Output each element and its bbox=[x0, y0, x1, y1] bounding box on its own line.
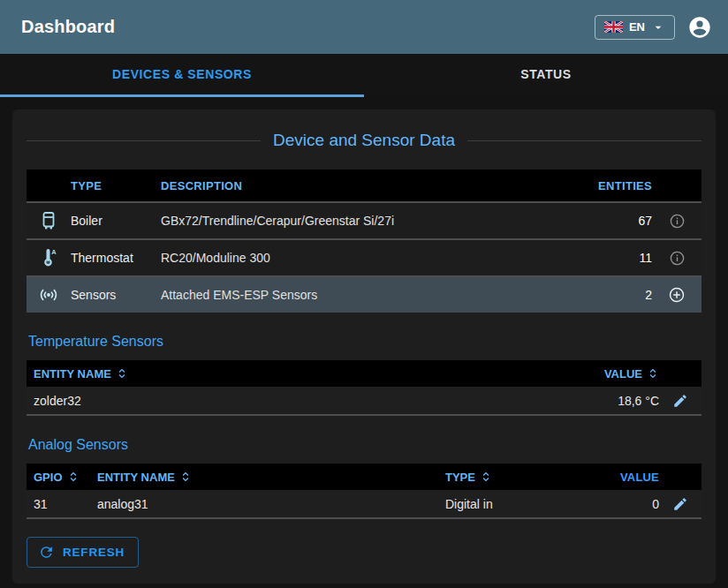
sort-icon bbox=[647, 367, 659, 380]
edit-pencil-icon[interactable] bbox=[672, 393, 688, 409]
edit-pencil-icon[interactable] bbox=[672, 496, 688, 512]
uk-flag-icon bbox=[604, 21, 623, 33]
sensor-entity-name: zolder32 bbox=[27, 394, 553, 408]
sensor-gpio: 31 bbox=[27, 497, 97, 511]
col-type[interactable]: TYPE bbox=[445, 471, 578, 484]
table-row-temperature-sensor[interactable]: zolder32 18,6 °C bbox=[27, 387, 701, 416]
device-entities-count: 2 bbox=[578, 288, 652, 302]
col-entities: ENTITIES bbox=[578, 179, 652, 192]
divider-line bbox=[467, 140, 701, 141]
sensor-value: 18,6 °C bbox=[618, 394, 659, 408]
device-description: GBx72/Trendline/Cerapur/Greenstar Si/27i bbox=[161, 214, 578, 228]
analog-sensors-table: GPIO ENTITY NAME TYPE bbox=[27, 464, 701, 519]
tab-bar: DEVICES & SENSORS STATUS bbox=[0, 54, 728, 97]
sensor-type: Digital in bbox=[445, 497, 578, 511]
language-selector[interactable]: EN bbox=[595, 15, 675, 40]
refresh-button[interactable]: REFRESH bbox=[27, 537, 139, 568]
table-row-analog-sensor[interactable]: 31 analog31 Digital in 0 bbox=[27, 490, 701, 519]
app-bar: Dashboard EN bbox=[0, 0, 728, 54]
device-description: Attached EMS-ESP Sensors bbox=[161, 288, 578, 302]
table-row-sensors[interactable]: Sensors Attached EMS-ESP Sensors 2 bbox=[27, 275, 701, 313]
divider-line bbox=[27, 140, 261, 141]
tab-devices-sensors[interactable]: DEVICES & SENSORS bbox=[0, 54, 364, 97]
col-description: DESCRIPTION bbox=[161, 179, 578, 192]
table-row-thermostat[interactable]: A Thermostat RC20/Moduline 300 11 bbox=[27, 238, 701, 275]
tab-devices-sensors-label: DEVICES & SENSORS bbox=[112, 67, 252, 81]
table-row-boiler[interactable]: Boiler GBx72/Trendline/Cerapur/Greenstar… bbox=[27, 201, 701, 238]
col-gpio[interactable]: GPIO bbox=[27, 471, 97, 484]
sort-icon bbox=[179, 471, 192, 483]
thermostat-icon: A bbox=[38, 247, 59, 268]
dashboard-card: Device and Sensor Data TYPE DESCRIPTION … bbox=[12, 109, 716, 584]
refresh-icon bbox=[38, 544, 55, 561]
boiler-icon bbox=[38, 210, 59, 231]
device-table: TYPE DESCRIPTION ENTITIES Boil bbox=[27, 170, 701, 313]
col-entity-name[interactable]: ENTITY NAME bbox=[27, 367, 553, 381]
info-icon[interactable] bbox=[669, 213, 686, 230]
sort-icon bbox=[67, 471, 80, 483]
language-label: EN bbox=[629, 20, 645, 34]
main-content: Device and Sensor Data TYPE DESCRIPTION … bbox=[0, 97, 728, 588]
plus-circle-icon[interactable] bbox=[668, 286, 686, 304]
device-type: Thermostat bbox=[71, 251, 161, 265]
col-value[interactable]: VALUE bbox=[604, 367, 659, 381]
device-entities-count: 67 bbox=[578, 214, 652, 228]
device-table-header: TYPE DESCRIPTION ENTITIES bbox=[27, 170, 701, 201]
col-value: VALUE bbox=[620, 471, 659, 484]
temperature-sensors-title: Temperature Sensors bbox=[28, 334, 701, 350]
device-type: Sensors bbox=[71, 288, 161, 302]
sensors-icon bbox=[38, 284, 59, 305]
device-type: Boiler bbox=[71, 214, 161, 228]
chevron-down-icon bbox=[651, 20, 665, 34]
card-title: Device and Sensor Data bbox=[273, 131, 455, 150]
analog-table-header: GPIO ENTITY NAME TYPE bbox=[27, 464, 701, 490]
svg-text:A: A bbox=[51, 248, 57, 256]
sensor-value: 0 bbox=[652, 497, 659, 511]
device-entities-count: 11 bbox=[578, 251, 652, 265]
temperature-sensors-table: ENTITY NAME VALUE zolder32 18,6 °C bbox=[27, 360, 701, 416]
tab-status[interactable]: STATUS bbox=[364, 54, 728, 97]
sort-icon bbox=[480, 471, 492, 483]
tab-status-label: STATUS bbox=[520, 67, 572, 81]
info-icon[interactable] bbox=[669, 250, 686, 267]
col-type: TYPE bbox=[71, 179, 161, 192]
analog-sensors-title: Analog Sensors bbox=[28, 437, 701, 453]
col-entity-name[interactable]: ENTITY NAME bbox=[97, 471, 445, 484]
account-button[interactable] bbox=[687, 15, 712, 40]
sort-icon bbox=[116, 367, 128, 380]
page-title: Dashboard bbox=[21, 17, 115, 37]
account-circle-icon bbox=[687, 15, 712, 40]
sensor-entity-name: analog31 bbox=[97, 497, 445, 511]
refresh-label: REFRESH bbox=[63, 546, 125, 559]
device-description: RC20/Moduline 300 bbox=[161, 251, 578, 265]
appbar-actions: EN bbox=[595, 15, 712, 40]
temperature-table-header: ENTITY NAME VALUE bbox=[27, 360, 701, 387]
card-title-divider: Device and Sensor Data bbox=[27, 131, 701, 150]
